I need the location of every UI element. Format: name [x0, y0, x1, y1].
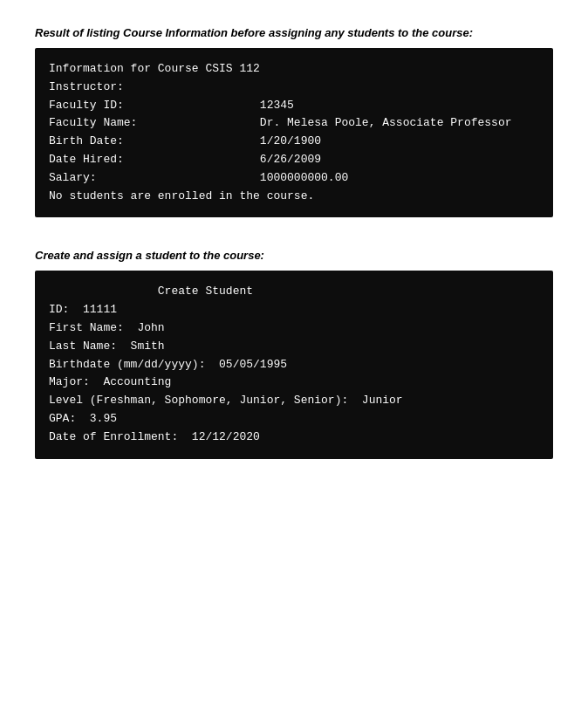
section-1: Result of listing Course Information bef…: [35, 26, 553, 217]
terminal-line: Birth Date: 1/20/1900: [49, 133, 539, 151]
terminal-line: Salary: 1000000000.00: [49, 169, 539, 188]
terminal-line: Major: Accounting: [49, 374, 539, 392]
terminal-line: Instructor:: [49, 79, 539, 97]
terminal-line: First Name: John: [49, 319, 539, 338]
terminal-line: Faculty ID: 12345: [49, 97, 539, 115]
section-2: Create and assign a student to the cours…: [35, 249, 553, 458]
section-2-label: Create and assign a student to the cours…: [35, 249, 553, 262]
terminal-line: Date Hired: 6/26/2009: [49, 151, 539, 169]
terminal-2: Create StudentID: 11111First Name: JohnL…: [35, 271, 553, 458]
terminal-line: GPA: 3.95: [49, 410, 539, 429]
terminal-line: Faculty Name: Dr. Melesa Poole, Associat…: [49, 114, 539, 133]
section-1-label: Result of listing Course Information bef…: [35, 26, 553, 39]
terminal-line: Create Student: [49, 283, 539, 301]
terminal-line: No students are enrolled in the course.: [49, 188, 539, 206]
terminal-line: Information for Course CSIS 112: [49, 60, 539, 79]
terminal-line: Level (Freshman, Sophomore, Junior, Seni…: [49, 392, 539, 410]
terminal-line: Last Name: Smith: [49, 338, 539, 356]
terminal-line: ID: 11111: [49, 301, 539, 319]
terminal-1: Information for Course CSIS 112Instructo…: [35, 48, 553, 217]
terminal-line: Date of Enrollment: 12/12/2020: [49, 429, 539, 447]
terminal-line: Birthdate (mm/dd/yyyy): 05/05/1995: [49, 356, 539, 374]
